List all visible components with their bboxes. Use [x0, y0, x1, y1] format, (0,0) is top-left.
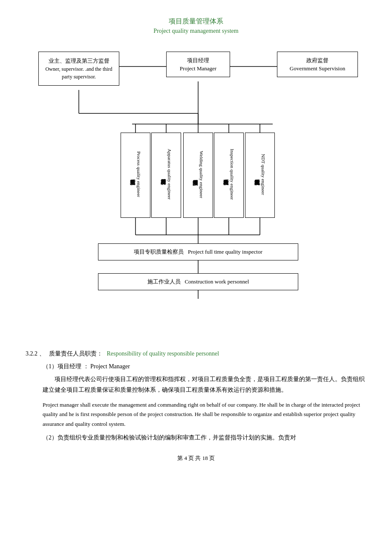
eng-box-2: 器材质量工程师 Apparatus quality engineer — [151, 133, 181, 218]
box-gov-cn: 政府监督 — [306, 56, 329, 65]
box-owner-en: Owner, supervisor. .and the third party … — [42, 65, 115, 81]
box-inspector: 项目专职质量检察员 Project full time quality insp… — [98, 243, 298, 260]
eng4-en: Inspection quality engineer — [229, 149, 235, 200]
box-worker: 施工作业人员 Construction work personnel — [98, 273, 298, 290]
page-footer: 第 4 页 共 18 页 — [26, 454, 366, 462]
eng-box-4: 检验质量工程师 Inspection quality engineer — [214, 133, 244, 218]
eng-box-1: 工艺质量工程师 Process quality engineer — [121, 133, 150, 218]
box-owner-cn: 业主、监理及第三方监督 — [49, 57, 110, 65]
eng1-en: Process quality engineer — [136, 151, 142, 197]
section-322: 3.2.2 、 质量责任人员职责： Responsibility of qual… — [26, 350, 366, 442]
box-gov: 政府监督 Government Supervision — [277, 52, 358, 77]
title-cn: 项目质量管理体系 — [26, 17, 366, 26]
eng-box-5: 无损检测质量工程师 NDT quality engineer — [245, 133, 275, 218]
para1-cn: 项目经理代表公司行使项目工程的管理权和指挥权，对项目工程质量负全责，是项目工程质… — [43, 374, 366, 395]
section-title: 3.2.2 、 质量责任人员职责： Responsibility of qual… — [26, 350, 366, 358]
box-pm-en: Project Manager — [180, 64, 216, 73]
eng3-en: Welding quality engineer — [199, 151, 205, 198]
para1-en: Project manager shall execute the manage… — [43, 400, 366, 428]
eng2-en: Apparatus quality engineer — [167, 149, 173, 199]
worker-text: 施工作业人员 Construction work personnel — [147, 278, 249, 286]
box-owner: 业主、监理及第三方监督 Owner, supervisor. .and the … — [38, 52, 119, 86]
eng5-en: NDT quality engineer — [260, 154, 266, 195]
eng-box-3: 焊接质量工程师 Welding quality engineer — [183, 133, 213, 218]
box-pm: 项目经理 Project Manager — [166, 52, 230, 77]
box-pm-cn: 项目经理 — [187, 56, 209, 65]
inspector-text: 项目专职质量检察员 Project full time quality insp… — [134, 248, 262, 256]
subsection2: （2）负责组织专业质量控制和检验试验计划的编制和审查工作，并监督指导计划的实施。… — [34, 434, 366, 442]
title-en: Project quality management system — [26, 28, 366, 35]
org-chart: 业主、监理及第三方监督 Owner, supervisor. .and the … — [26, 43, 366, 341]
box-gov-en: Government Supervision — [290, 64, 345, 73]
subsection1: （1）项目经理 ： Project Manager — [34, 363, 366, 370]
